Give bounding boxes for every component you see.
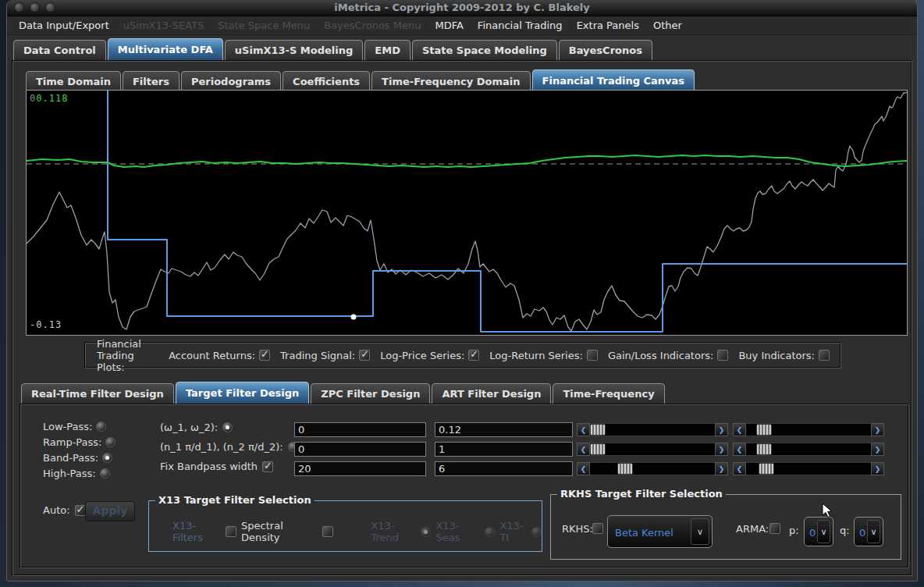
auto-checkbox[interactable] [75,505,86,516]
slider-left-arrow-icon[interactable]: ❮ [577,462,590,475]
tab-emd[interactable]: EMD [364,40,410,62]
tab-realtime-filter-design[interactable]: Real-Time Filter Design [21,383,174,405]
plot-toggle-account-returns: Account Returns: [169,350,270,361]
menu-usimx13-seats[interactable]: uSimX13-SEATS [116,20,211,31]
slider-right-arrow-icon[interactable]: ❯ [715,443,728,456]
menu-state-space[interactable]: State Space Menu [211,20,317,31]
omega1-field[interactable] [294,422,426,437]
log-price-checkbox[interactable] [468,350,479,361]
n1-field[interactable] [294,442,426,457]
app-window: iMetrica - Copyright 2009-2012 by C. Bla… [6,0,918,582]
x13-ti-radio[interactable] [531,527,542,537]
fix-bandpass-row: Fix Bandpass width [160,461,273,472]
n2-slider: ❮ ❯ [733,443,884,456]
log-return-checkbox[interactable] [587,350,598,361]
tab-data-control[interactable]: Data Control [13,40,106,62]
arma-label: ARMA: [736,523,769,535]
main-tab-bar: Data Control Multivariate DFA uSimX13-S … [13,38,652,62]
tab-multivariate-dfa[interactable]: Multivariate DFA [108,38,223,62]
slider-left-arrow-icon[interactable]: ❮ [733,443,746,456]
slider-left-arrow-icon[interactable]: ❮ [733,423,746,436]
slider-thumb[interactable] [756,424,772,436]
slider-thumb[interactable] [617,463,633,475]
series-trading-signal [108,91,907,332]
arma-checkbox[interactable] [769,523,780,534]
slider-thumb[interactable] [590,443,606,455]
menu-financial-trading[interactable]: Financial Trading [471,20,570,31]
band-pass-radio[interactable] [102,453,112,463]
high-pass-radio[interactable] [100,468,110,478]
fix-bandpass-label: Fix Bandpass width [160,461,258,472]
bandpass-width-field[interactable] [294,461,426,476]
financial-trading-plots-bar: Financial Trading Plots: Account Returns… [84,342,841,368]
x13-trend-radio[interactable] [421,527,431,537]
plot-toggle-label: Log-Price Series: [380,350,464,361]
tab-state-space-modeling[interactable]: State Space Modeling [412,40,557,62]
tab-time-frequency[interactable]: Time-Frequency [553,383,664,405]
chevron-down-icon[interactable]: ∨ [817,520,830,543]
q-dropdown[interactable]: 0 ∨ [854,517,883,546]
n2-field[interactable] [435,442,573,457]
tab-art-filter-design[interactable]: ART Filter Design [432,383,551,405]
tab-usimx13-modeling[interactable]: uSimX13-S Modeling [225,40,363,62]
slider-right-arrow-icon[interactable]: ❯ [871,423,884,436]
apply-button[interactable]: Apply [85,501,135,521]
slider-right-arrow-icon[interactable]: ❯ [871,443,884,456]
x13-ti-label: X13-TI [499,520,528,543]
menu-bar: Data Input/Export uSimX13-SEATS State Sp… [7,16,917,35]
signal-marker-dot [351,315,357,320]
ramp-pass-radio[interactable] [105,437,116,447]
slider-left-arrow-icon[interactable]: ❮ [577,443,590,456]
omega2-field[interactable] [435,422,573,437]
low-pass-radio[interactable] [96,422,106,432]
gain-loss-checkbox[interactable] [717,350,728,361]
plot-toggle-gain-loss: Gain/Loss Indicators: [608,350,729,361]
plots-bar-title: Financial Trading Plots: [97,338,155,373]
slider-left-arrow-icon[interactable]: ❮ [577,423,590,436]
title-bar[interactable]: iMetrica - Copyright 2009-2012 by C. Bla… [7,0,917,16]
slider-right-arrow-icon[interactable]: ❯ [715,423,728,436]
menu-extra-panels[interactable]: Extra Panels [570,20,646,31]
omega1-slider: ❮ ❯ [577,423,728,436]
slider-track[interactable] [590,423,715,436]
trading-canvas[interactable]: 00.118 -0.13 [26,90,908,336]
x13-group-title: X13 Target Filter Selection [155,494,315,506]
bandpass-width2-field[interactable] [435,461,573,476]
y-max-label: 00.118 [30,93,68,104]
slider-right-arrow-icon[interactable]: ❯ [715,462,728,475]
slider-right-arrow-icon[interactable]: ❯ [871,462,884,475]
slider-thumb[interactable] [756,443,772,455]
chevron-down-icon[interactable]: ∨ [867,520,880,543]
slider-track[interactable] [746,443,871,456]
tab-target-filter-design[interactable]: Target Filter Design [176,382,309,405]
high-pass-label: High-Pass: [43,468,96,479]
trading-signal-checkbox[interactable] [359,350,370,361]
slider-track[interactable] [746,423,871,436]
menu-mdfa[interactable]: MDFA [428,20,470,31]
spectral-density-checkbox[interactable] [322,526,333,537]
omega-radio[interactable] [222,422,233,432]
account-returns-checkbox[interactable] [259,350,270,361]
rkhs-checkbox[interactable] [592,523,603,534]
menu-bayescronos[interactable]: BayesCronos Menu [317,20,428,31]
fix-bandpass-checkbox[interactable] [262,461,273,472]
slider-track[interactable] [590,462,715,475]
plot-toggle-log-price: Log-Price Series: [380,350,479,361]
buy-indicators-checkbox[interactable] [819,350,830,361]
tab-bayescronos[interactable]: BayesCronos [559,40,652,62]
slider-track[interactable] [590,443,715,456]
slider-thumb[interactable] [590,424,606,436]
menu-data-input-export[interactable]: Data Input/Export [12,20,116,31]
chevron-down-icon[interactable]: ∨ [691,518,709,545]
slider-thumb[interactable] [759,463,774,475]
kernel-dropdown[interactable]: Beta Kernel ∨ [607,515,713,548]
x13-seas-radio[interactable] [485,527,495,537]
mouse-cursor [822,503,836,518]
x13-filters-checkbox[interactable] [226,526,236,537]
tab-zpc-filter-design[interactable]: ZPC Filter Design [311,383,430,405]
p-label: p: [789,525,799,536]
p-dropdown[interactable]: 0 ∨ [804,517,833,546]
menu-other[interactable]: Other [646,20,689,31]
slider-track[interactable] [746,462,871,475]
slider-left-arrow-icon[interactable]: ❮ [733,462,746,475]
